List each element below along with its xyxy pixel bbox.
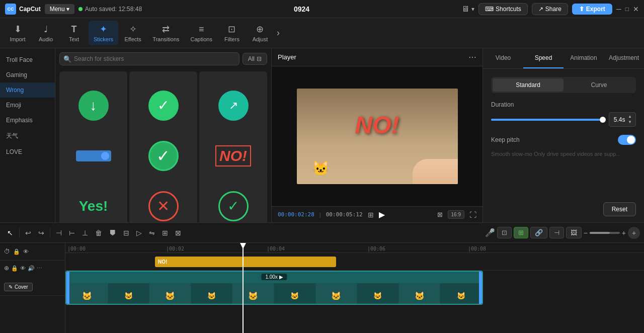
sidebar-item-wrong[interactable]: Wrong: [0, 82, 55, 98]
filter-icon: ⊟: [257, 55, 262, 62]
tl-play-button[interactable]: ▷: [134, 227, 144, 239]
tl-mirror-button[interactable]: ⇋: [146, 227, 157, 239]
sidebar-item-gaming[interactable]: Gaming: [0, 67, 55, 82]
sidebar-item-emoji[interactable]: Emoji: [0, 98, 55, 113]
sidebar-item-emphasis[interactable]: Emphasis: [0, 113, 55, 128]
tl-undo-button[interactable]: ↩: [23, 227, 34, 239]
tab-adjustment[interactable]: Adjustment: [604, 48, 644, 68]
sidebar-item-love[interactable]: LOVE: [0, 144, 55, 159]
tl-ruler: |00:00 |00:02 |00:04 |00:06 |00:08: [65, 243, 644, 253]
tl-layers-button[interactable]: ⊞: [514, 227, 528, 238]
tab-video[interactable]: Video: [483, 48, 523, 68]
tool-transitions[interactable]: ⇄ Transitions: [147, 21, 184, 45]
fullscreen-button[interactable]: ⛶: [469, 211, 476, 219]
tl-speaker-icon-video[interactable]: 🔊: [28, 265, 35, 272]
time-total: 00:00:05:12: [326, 211, 363, 218]
tl-clock-icon: ⏱: [4, 248, 10, 255]
shortcuts-button[interactable]: ⌨Shortcuts: [478, 3, 528, 15]
tool-audio[interactable]: ♩ Audio: [32, 21, 59, 45]
minimize-button[interactable]: ─: [616, 5, 621, 13]
tool-text[interactable]: T Text: [60, 21, 88, 45]
reset-button[interactable]: Reset: [603, 202, 636, 216]
player-menu-button[interactable]: ⋯: [468, 52, 476, 62]
tl-thumbnail-button[interactable]: 🖼: [566, 227, 582, 238]
logo-icon: CC: [5, 4, 16, 15]
tl-link2-button[interactable]: 🔗: [530, 227, 547, 238]
share-button[interactable]: ↗Share: [532, 3, 568, 15]
film-frame-7: 🐱: [316, 283, 358, 305]
tl-eye-icon-sticker[interactable]: 👁: [23, 248, 29, 255]
speed-type-curve[interactable]: Curve: [564, 78, 634, 92]
sidebar-item-troll-face[interactable]: Troll Face: [0, 52, 55, 67]
tl-separator-1: [19, 228, 20, 238]
audio-icon: ♩: [44, 24, 48, 35]
tl-frame-button[interactable]: ⊠: [173, 227, 184, 239]
film-frame-5: 🐱: [232, 283, 274, 305]
tl-lock-icon-video[interactable]: 🔒: [11, 265, 18, 272]
duration-slider-thumb[interactable]: [600, 117, 606, 123]
tl-video-clip[interactable]: 1.00x ▶ 🐱 🐱 🐱 🐱 🐱 🐱 🐱 🐱 🐱 🐱: [65, 271, 483, 305]
duration-up-button[interactable]: ▲: [627, 114, 632, 119]
play-button[interactable]: ▶: [379, 210, 385, 219]
tool-captions[interactable]: ≡ Captions: [186, 21, 217, 45]
grid-view-button[interactable]: ⊞: [368, 211, 374, 219]
tl-playhead[interactable]: [243, 243, 244, 333]
tl-split2-button[interactable]: ⊣: [549, 227, 564, 238]
tl-shield-button[interactable]: ⛊: [107, 227, 119, 239]
export-button[interactable]: ⬆Export: [572, 4, 612, 15]
sidebar-item-weather[interactable]: 天气: [0, 128, 55, 144]
sticker-cell-9[interactable]: ✓: [199, 172, 267, 222]
close-button[interactable]: ✕: [633, 5, 639, 13]
tl-add-track-button[interactable]: +: [628, 227, 640, 239]
tl-crop-button[interactable]: ⊞: [159, 227, 171, 239]
tool-stickers[interactable]: ✦ Stickers: [89, 21, 118, 45]
tab-animation[interactable]: Animation: [564, 48, 604, 68]
crop-button[interactable]: ⊠: [437, 211, 443, 218]
tl-split-v-button[interactable]: ⊢: [66, 227, 77, 239]
tl-sticker-clip[interactable]: NO!: [155, 257, 336, 267]
tl-eye-icon-video[interactable]: 👁: [20, 265, 26, 271]
tl-cover-button[interactable]: ✎ Cover: [4, 283, 33, 291]
tool-adjust[interactable]: ⊕ Adjust: [247, 21, 274, 45]
clip-handle-left[interactable]: [66, 272, 69, 304]
tl-zoom-slider[interactable]: [590, 232, 620, 234]
tl-more-icon-video[interactable]: ⋯: [37, 265, 42, 272]
sticker-cell-7[interactable]: Yes!: [59, 172, 127, 222]
sticker-cell-8[interactable]: ✕: [129, 172, 197, 222]
tl-video-track: 1.00x ▶ 🐱 🐱 🐱 🐱 🐱 🐱 🐱 🐱 🐱 🐱: [65, 271, 644, 306]
duration-slider-track[interactable]: [491, 119, 605, 121]
tool-effects[interactable]: ✧ Effects: [119, 21, 146, 45]
tl-select-tool[interactable]: ↖: [4, 227, 16, 239]
saved-dot: [78, 7, 83, 11]
tool-filters[interactable]: ⊡ Filters: [218, 21, 246, 45]
duration-down-button[interactable]: ▼: [627, 120, 632, 125]
maximize-button[interactable]: □: [625, 6, 629, 13]
screen-icon: 🖥 ▾: [461, 5, 474, 14]
tl-redo-button[interactable]: ↪: [36, 227, 47, 239]
film-frame-6: 🐱: [274, 283, 316, 305]
auto-saved-text: Auto saved: 12:58:48: [85, 6, 142, 13]
menu-button[interactable]: Menu▾: [45, 4, 74, 14]
tl-zoom-out-button[interactable]: −: [584, 229, 588, 237]
duration-row: 5.4s ▲ ▼: [491, 112, 636, 127]
tool-import[interactable]: ⬇ Import: [4, 21, 31, 45]
film-frame-10: 🐱: [440, 283, 482, 305]
duration-label: Duration: [491, 101, 636, 108]
tl-link-button[interactable]: ⊡: [497, 227, 512, 238]
tl-split-both-button[interactable]: ⊥: [79, 227, 91, 239]
tl-delete-button[interactable]: 🗑: [93, 227, 105, 239]
speed-type-standard[interactable]: Standard: [493, 78, 564, 92]
tl-lock-icon-sticker[interactable]: 🔒: [13, 248, 20, 255]
toolbar-more-button[interactable]: ›: [275, 26, 282, 40]
tl-split-h-button[interactable]: ⊣: [53, 227, 64, 239]
sticker-filter-button[interactable]: All ⊟: [243, 53, 267, 65]
keep-pitch-toggle[interactable]: [618, 135, 636, 145]
sticker-search-input[interactable]: [59, 52, 239, 65]
clip-handle-right[interactable]: [479, 272, 482, 304]
tab-speed[interactable]: Speed: [523, 48, 564, 68]
effects-icon: ✧: [129, 24, 137, 35]
tl-edit-pencil-icon: ✎: [9, 284, 13, 290]
tl-zoom-in-button[interactable]: +: [622, 229, 626, 237]
tl-transform-button[interactable]: ⊟: [121, 227, 132, 239]
tl-mic-button[interactable]: 🎤: [485, 228, 495, 237]
